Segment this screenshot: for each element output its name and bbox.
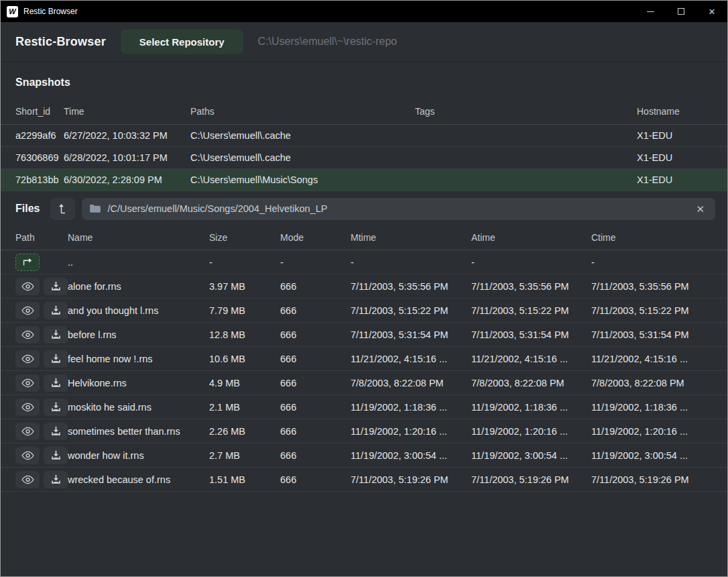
download-file-button[interactable] bbox=[44, 302, 68, 319]
file-actions-cell bbox=[1, 371, 68, 395]
download-icon bbox=[51, 378, 61, 388]
eye-icon bbox=[21, 451, 34, 460]
folder-icon bbox=[89, 204, 101, 213]
parent-directory-row: ..----- bbox=[1, 250, 727, 274]
snapshots-table: Short_idTimePathsTagsHostname a2299af66/… bbox=[1, 99, 727, 191]
view-file-button[interactable] bbox=[15, 278, 40, 295]
arrow-turn-up-icon bbox=[58, 203, 67, 215]
files-header-row: PathNameSizeModeMtimeAtimeCtime bbox=[1, 225, 727, 250]
view-file-button[interactable] bbox=[15, 423, 40, 440]
view-file-button[interactable] bbox=[15, 374, 40, 392]
file-size: 10.6 MB bbox=[209, 347, 280, 371]
view-file-button[interactable] bbox=[15, 326, 40, 344]
view-file-button[interactable] bbox=[15, 447, 40, 464]
download-icon bbox=[51, 450, 61, 460]
eye-icon bbox=[21, 403, 34, 412]
files-column-atime: Atime bbox=[471, 225, 591, 250]
eye-icon bbox=[21, 378, 34, 388]
file-actions-cell bbox=[1, 419, 68, 443]
file-mtime: 7/11/2003, 5:15:22 PM bbox=[351, 299, 471, 323]
snapshot-row[interactable]: 72b813bb6/30/2022, 2:28:09 PMC:\Users\em… bbox=[1, 168, 727, 191]
download-file-button[interactable] bbox=[44, 326, 68, 344]
file-name: sometimes better than.rns bbox=[68, 419, 209, 443]
snapshot-tags bbox=[415, 168, 637, 191]
file-mode: - bbox=[280, 250, 351, 274]
file-atime: 7/8/2003, 8:22:08 PM bbox=[471, 371, 591, 395]
window-title: Restic Browser bbox=[23, 7, 78, 16]
file-ctime: 7/11/2003, 5:31:54 PM bbox=[591, 323, 727, 347]
file-size: - bbox=[209, 250, 280, 274]
download-file-button[interactable] bbox=[44, 374, 68, 392]
file-mode: 666 bbox=[280, 468, 351, 492]
download-file-button[interactable] bbox=[44, 447, 68, 464]
snapshot-short-id: 76306869 bbox=[1, 146, 64, 168]
snapshot-row[interactable]: 763068696/28/2022, 10:01:17 PMC:\Users\e… bbox=[1, 146, 727, 168]
view-file-button[interactable] bbox=[15, 399, 40, 416]
eye-icon bbox=[21, 282, 34, 291]
file-mtime: 11/19/2002, 1:20:16 ... bbox=[351, 419, 471, 443]
file-actions-cell bbox=[1, 274, 68, 299]
files-column-ctime: Ctime bbox=[591, 225, 727, 250]
file-atime: 7/11/2003, 5:19:26 PM bbox=[471, 468, 591, 492]
view-file-button[interactable] bbox=[15, 471, 40, 488]
snapshots-column-paths: Paths bbox=[190, 99, 415, 124]
file-atime: - bbox=[471, 250, 591, 274]
titlebar: W Restic Browser ✕ bbox=[1, 1, 727, 22]
file-size: 7.79 MB bbox=[209, 299, 280, 323]
files-column-mode: Mode bbox=[280, 225, 351, 250]
maximize-button[interactable] bbox=[666, 1, 696, 22]
download-file-button[interactable] bbox=[44, 278, 68, 295]
download-file-button[interactable] bbox=[44, 423, 68, 440]
file-actions-cell bbox=[1, 395, 68, 419]
snapshot-time: 6/30/2022, 2:28:09 PM bbox=[64, 168, 190, 191]
file-ctime: - bbox=[591, 250, 727, 274]
close-icon: ✕ bbox=[709, 7, 716, 16]
repository-path: C:\Users\emuell\~\restic-repo bbox=[258, 36, 398, 48]
snapshots-column-short-id: Short_id bbox=[1, 99, 64, 124]
file-actions-cell bbox=[1, 443, 68, 468]
snapshot-paths: C:\Users\emuell\.cache bbox=[190, 146, 415, 168]
file-mtime: 11/21/2002, 4:15:16 ... bbox=[351, 347, 471, 371]
file-actions-cell bbox=[1, 468, 68, 492]
up-directory-button[interactable] bbox=[50, 198, 75, 220]
file-size: 1.51 MB bbox=[209, 468, 280, 492]
clear-path-button[interactable]: ✕ bbox=[692, 203, 709, 215]
eye-icon bbox=[21, 330, 34, 339]
file-atime: 7/11/2003, 5:15:22 PM bbox=[471, 299, 591, 323]
eye-icon bbox=[21, 427, 34, 436]
file-name: and you thought l.rns bbox=[68, 299, 209, 323]
file-size: 2.1 MB bbox=[209, 395, 280, 419]
download-file-button[interactable] bbox=[44, 471, 68, 488]
snapshot-paths: C:\Users\emuell\.cache bbox=[190, 124, 415, 146]
minimize-button[interactable] bbox=[635, 1, 666, 22]
file-atime: 11/19/2002, 3:00:54 ... bbox=[471, 443, 591, 468]
file-ctime: 11/21/2002, 4:15:16 ... bbox=[591, 347, 727, 371]
snapshot-short-id: a2299af6 bbox=[1, 124, 64, 146]
download-file-button[interactable] bbox=[44, 399, 68, 416]
snapshot-hostname: X1-EDU bbox=[637, 146, 727, 168]
file-mtime: 11/19/2002, 1:18:36 ... bbox=[351, 395, 471, 419]
file-ctime: 7/11/2003, 5:35:56 PM bbox=[591, 274, 727, 299]
file-mode: 666 bbox=[280, 395, 351, 419]
file-row: and you thought l.rns7.79 MB6667/11/2003… bbox=[1, 299, 727, 323]
file-row: feel home now !.rns10.6 MB66611/21/2002,… bbox=[1, 347, 727, 371]
file-name: wonder how it.rns bbox=[68, 443, 209, 468]
file-atime: 7/11/2003, 5:31:54 PM bbox=[471, 323, 591, 347]
eye-icon bbox=[21, 354, 34, 364]
file-ctime: 7/11/2003, 5:19:26 PM bbox=[591, 468, 727, 492]
go-parent-directory-button[interactable] bbox=[15, 254, 40, 271]
close-button[interactable]: ✕ bbox=[696, 1, 727, 22]
view-file-button[interactable] bbox=[15, 302, 40, 319]
file-path-input[interactable]: /C/Users/emuell/Music/Songs/2004_Helveti… bbox=[82, 198, 715, 220]
window-controls: ✕ bbox=[635, 1, 727, 22]
files-column-mtime: Mtime bbox=[351, 225, 471, 250]
file-mode: 666 bbox=[280, 419, 351, 443]
select-repository-button[interactable]: Select Repository bbox=[121, 30, 243, 54]
snapshot-row[interactable]: a2299af66/27/2022, 10:03:32 PMC:\Users\e… bbox=[1, 124, 727, 146]
files-table: PathNameSizeModeMtimeAtimeCtime ..-----a… bbox=[1, 225, 727, 492]
view-file-button[interactable] bbox=[15, 350, 40, 368]
file-size: 12.8 MB bbox=[209, 323, 280, 347]
download-file-button[interactable] bbox=[44, 350, 68, 368]
snapshots-column-tags: Tags bbox=[415, 99, 637, 124]
eye-icon bbox=[21, 475, 34, 484]
